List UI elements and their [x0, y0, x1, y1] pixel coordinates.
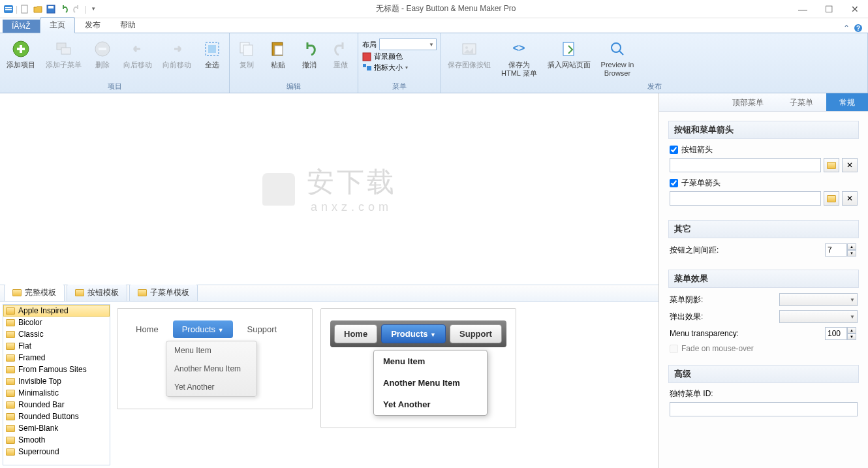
tab-full-templates[interactable]: 完整模板 — [4, 284, 65, 301]
preview-card[interactable]: Home Products ▼ Support Menu Item Anothe… — [320, 308, 516, 428]
list-item[interactable]: Semi-Blank — [3, 422, 110, 434]
layout-combo[interactable]: ▼ — [379, 39, 437, 50]
bgcolor-button[interactable]: 背景颜色 — [362, 52, 437, 61]
preview-card[interactable]: Home Products ▼ Support Menu Item Anothe… — [117, 308, 313, 409]
tab-sub-menu[interactable]: 子菜单 — [777, 93, 826, 111]
delete-button[interactable]: 删除 — [88, 37, 117, 70]
redo-button[interactable]: 重做 — [326, 37, 355, 70]
browse-icon[interactable] — [824, 191, 839, 206]
save-html-button[interactable]: <> 保存为 HTML 菜单 — [497, 37, 541, 79]
tab-submenu-templates[interactable]: 子菜单模板 — [129, 284, 198, 301]
help-icon[interactable]: ? — [854, 23, 863, 33]
spin-down-icon[interactable]: ▼ — [847, 334, 856, 340]
close-button[interactable]: ✕ — [842, 0, 868, 18]
section-effects: 菜单效果 — [668, 270, 859, 288]
unique-id-input[interactable] — [670, 402, 858, 416]
button-arrow-input[interactable] — [670, 158, 821, 172]
folder-icon — [6, 307, 15, 315]
new-icon[interactable] — [19, 3, 31, 15]
main-area: 安下载 anxz.com 完整模板 按钮模板 子菜单模板 Apple Inspi… — [0, 93, 868, 468]
list-item[interactable]: Invisible Top — [3, 375, 110, 387]
move-forward-button[interactable]: 向前移动 — [159, 37, 195, 70]
save-icon[interactable] — [45, 3, 57, 15]
clear-icon[interactable]: ✕ — [842, 158, 858, 172]
list-item[interactable]: Smooth — [3, 434, 110, 446]
svg-rect-1 — [5, 7, 12, 8]
browse-icon[interactable] — [824, 158, 839, 172]
add-submenu-button[interactable]: 添加子菜单 — [42, 37, 85, 70]
list-item[interactable]: Classic — [3, 328, 110, 340]
spin-down-icon[interactable]: ▼ — [847, 250, 856, 257]
watermark: 安下载 anxz.com — [262, 164, 397, 214]
tab-publish[interactable]: 发布 — [75, 17, 110, 33]
folder-icon — [6, 425, 15, 432]
popup-combo[interactable]: ▼ — [779, 310, 858, 323]
preview-browser-button[interactable]: Preview in Browser — [597, 37, 638, 79]
insert-page-button[interactable]: 插入网站页面 — [544, 37, 595, 70]
folder-icon — [6, 413, 15, 420]
iconsize-button[interactable]: 指标大小 ▾ — [362, 63, 437, 72]
submenu-arrow-input[interactable] — [670, 191, 821, 206]
list-item[interactable]: Flat — [3, 340, 110, 352]
spacing-spinner[interactable]: ▲▼ — [825, 243, 858, 257]
list-item[interactable]: Minimalistic — [3, 387, 110, 399]
layout-label: 布局 — [362, 40, 377, 50]
template-tabs: 完整模板 按钮模板 子菜单模板 — [0, 285, 659, 302]
move-back-button[interactable]: 向后移动 — [119, 37, 156, 70]
undo-qat-icon[interactable] — [58, 3, 70, 15]
list-item[interactable]: Apple Inspired — [3, 305, 110, 317]
open-icon[interactable] — [32, 3, 44, 15]
ribbon-group-edit: 复制 粘贴 撤消 重做 编辑 — [230, 33, 358, 93]
list-item[interactable]: Framed — [3, 352, 110, 364]
minimize-button[interactable]: — — [790, 0, 816, 18]
svg-rect-10 — [20, 45, 22, 53]
transparency-spinner[interactable]: ▲▼ — [825, 327, 858, 340]
tab-help[interactable]: 帮助 — [110, 17, 146, 33]
undo-button[interactable]: 撤消 — [295, 37, 324, 70]
ribbon-tabs: ÏÂ¼Ž 主页 发布 帮助 ⌃ ? — [0, 18, 868, 33]
paste-button[interactable]: 粘贴 — [264, 37, 292, 70]
list-item[interactable]: Superround — [3, 446, 110, 458]
maximize-button[interactable]: ☐ — [816, 0, 842, 18]
template-list[interactable]: Apple Inspired Bicolor Classic Flat Fram… — [3, 304, 110, 465]
spin-up-icon[interactable]: ▲ — [847, 327, 856, 334]
canvas-area[interactable]: 安下载 anxz.com — [0, 93, 659, 285]
button-arrow-checkbox[interactable] — [670, 146, 678, 154]
window-controls: — ☐ ✕ — [790, 0, 868, 18]
spin-up-icon[interactable]: ▲ — [847, 243, 856, 250]
app-icon[interactable] — [3, 3, 14, 15]
folder-icon — [6, 401, 15, 409]
qat-dropdown-icon[interactable]: ▼ — [87, 3, 99, 15]
svg-rect-2 — [5, 9, 12, 10]
submenu-arrow-checkbox[interactable] — [670, 179, 678, 187]
folder-icon — [138, 289, 147, 296]
file-tab[interactable]: ÏÂ¼Ž — [3, 20, 40, 33]
folder-icon — [6, 390, 15, 397]
svg-rect-23 — [367, 66, 371, 70]
quick-access-toolbar: | | ▼ — [0, 3, 102, 15]
ribbon-collapse-icon[interactable]: ⌃ — [843, 23, 850, 33]
copy-button[interactable]: 复制 — [232, 37, 261, 70]
list-item[interactable]: From Famous Sites — [3, 364, 110, 375]
tab-button-templates[interactable]: 按钮模板 — [67, 284, 127, 301]
list-item[interactable]: Rounded Buttons — [3, 411, 110, 422]
tab-home[interactable]: 主页 — [40, 17, 75, 33]
template-previews[interactable]: Home Products ▼ Support Menu Item Anothe… — [110, 302, 659, 468]
list-item[interactable]: Rounded Bar — [3, 399, 110, 411]
tab-top-menu[interactable]: 顶部菜单 — [719, 93, 777, 111]
svg-rect-20 — [275, 46, 283, 55]
folder-icon — [12, 289, 22, 296]
svg-line-29 — [619, 51, 623, 55]
section-advanced: 高级 — [668, 365, 859, 383]
svg-rect-12 — [61, 48, 70, 54]
tab-general[interactable]: 常规 — [826, 93, 868, 111]
clear-icon[interactable]: ✕ — [842, 191, 858, 206]
svg-rect-21 — [363, 53, 371, 61]
redo-qat-icon[interactable] — [71, 3, 83, 15]
shadow-combo[interactable]: ▼ — [779, 293, 858, 306]
select-all-button[interactable]: 全选 — [198, 37, 226, 70]
list-item[interactable]: Bicolor — [3, 317, 110, 328]
svg-rect-16 — [208, 45, 216, 53]
save-image-button[interactable]: 保存图像按钮 — [444, 37, 495, 70]
add-item-button[interactable]: 添加项目 — [3, 37, 39, 70]
